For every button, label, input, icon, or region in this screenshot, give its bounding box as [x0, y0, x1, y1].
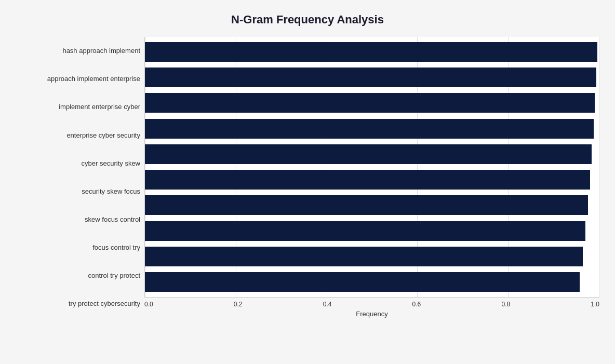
x-axis-labels: 0.00.20.40.60.81.0: [144, 298, 599, 308]
x-tick-label: 0.2: [234, 301, 243, 308]
bars-area: [144, 37, 599, 298]
bar-row: [145, 142, 599, 166]
bar-row: [145, 40, 599, 64]
x-tick-label: 0.4: [323, 301, 332, 308]
bar: [145, 272, 580, 292]
bar: [145, 119, 594, 139]
y-label: cyber security skew: [16, 159, 140, 168]
y-label: skew focus control: [16, 215, 140, 224]
x-tick-label: 0.8: [501, 301, 510, 308]
bar-row: [145, 117, 599, 141]
bar: [145, 170, 590, 190]
bar: [145, 68, 596, 87]
x-tick-label: 0.0: [144, 301, 153, 308]
bar: [145, 221, 585, 241]
y-label: enterprise cyber security: [16, 131, 140, 140]
x-tick-label: 1.0: [591, 301, 599, 308]
y-label: control try protect: [16, 272, 140, 280]
bar: [145, 42, 597, 62]
bars-wrapper: [145, 37, 599, 297]
chart-area: hash approach implementapproach implemen…: [16, 37, 599, 318]
y-label: hash approach implement: [16, 47, 140, 55]
x-tick-label: 0.6: [412, 301, 421, 308]
chart-title: N-Gram Frequency Analysis: [16, 10, 599, 26]
bar: [145, 247, 583, 266]
bar: [145, 195, 588, 215]
bar-row: [145, 168, 599, 192]
y-label: security skew focus: [16, 187, 140, 196]
bar: [145, 93, 595, 113]
bars-and-x: 0.00.20.40.60.81.0 Frequency: [144, 37, 599, 318]
bar-row: [145, 270, 599, 294]
y-label: try protect cybersecurity: [16, 300, 140, 308]
bar-row: [145, 193, 599, 217]
x-axis-title: Frequency: [144, 310, 599, 318]
bar-row: [145, 245, 599, 268]
y-axis-labels: hash approach implementapproach implemen…: [16, 37, 144, 318]
y-label: focus control try: [16, 244, 140, 252]
bar-row: [145, 219, 599, 243]
bar: [145, 144, 592, 164]
bar-row: [145, 91, 599, 115]
bar-row: [145, 65, 599, 89]
y-label: approach implement enterprise: [16, 75, 140, 83]
y-label: implement enterprise cyber: [16, 103, 140, 111]
chart-container: N-Gram Frequency Analysis hash approach …: [0, 0, 615, 364]
